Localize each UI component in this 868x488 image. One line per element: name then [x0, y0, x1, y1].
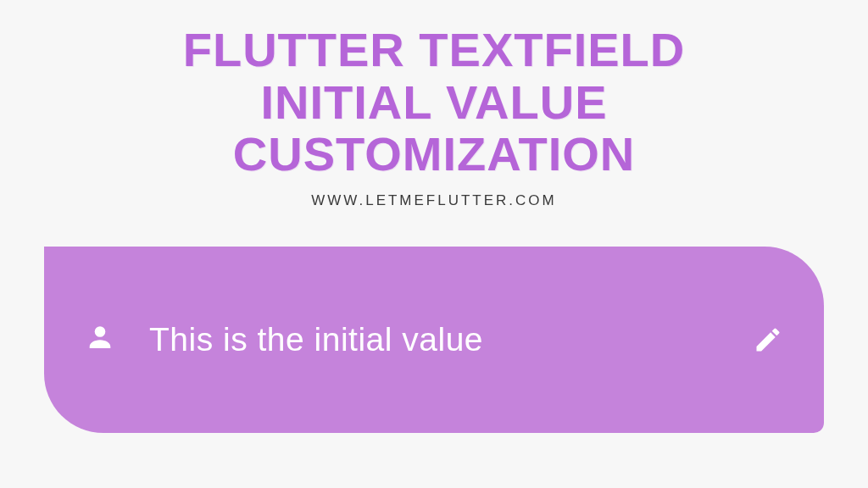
- svg-point-0: [95, 326, 106, 337]
- person-icon: [85, 323, 115, 357]
- heading-line-3: Customization: [233, 127, 635, 180]
- subheading-url: WWW.LETMEFLUTTER.COM: [183, 192, 686, 209]
- pencil-icon[interactable]: [753, 324, 783, 355]
- heading-line-1: Flutter Textfield: [183, 23, 686, 76]
- textfield-container[interactable]: This is the initial value: [44, 247, 824, 433]
- heading-line-2: Initial Value: [260, 75, 607, 129]
- textfield-value: This is the initial value: [149, 321, 483, 358]
- main-heading: Flutter Textfield Initial Value Customiz…: [183, 24, 686, 180]
- heading-block: Flutter Textfield Initial Value Customiz…: [183, 24, 686, 209]
